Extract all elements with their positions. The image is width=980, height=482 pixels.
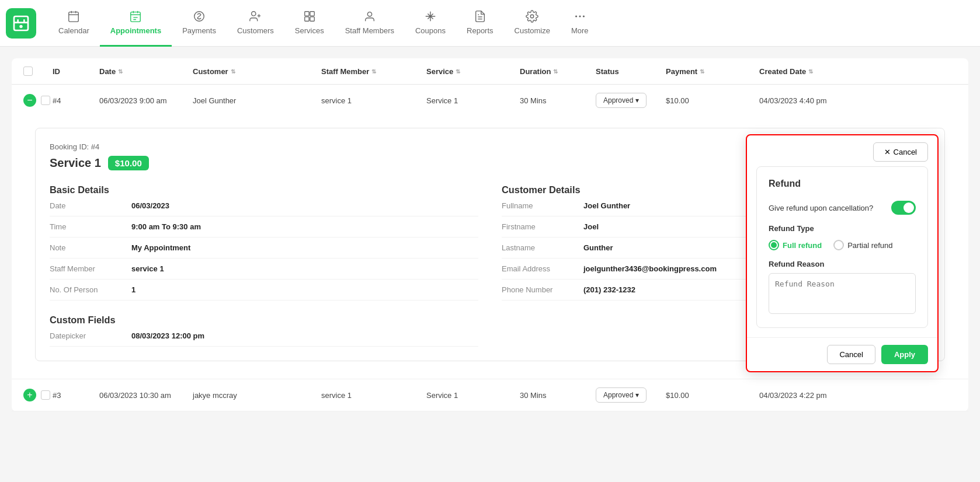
basic-details-section: Basic Details Date 06/03/2023 Time 9:00 … [50,184,478,301]
row-2-date: 06/03/2023 10:30 am [99,391,193,400]
detail-row-persons: No. Of Person 1 [50,280,478,301]
row-2-service: Service 1 [426,391,520,400]
top-nav: Calendar Appointments Payments Customers… [0,0,980,47]
refund-type-label: Refund Type [769,224,916,233]
row-1-status-badge[interactable]: Approved ▾ [596,93,647,108]
detail-row-time: Time 9:00 am To 9:30 am [50,216,478,237]
col-date: Date ⇅ [99,67,193,76]
col-duration: Duration ⇅ [520,67,596,76]
x-icon: ✕ [884,148,891,156]
nav-item-coupons[interactable]: Coupons [405,0,456,47]
dropdown-arrow-icon: ▾ [635,96,639,104]
svg-point-11 [252,11,256,15]
booking-detail-panel: Booking ID: #4 Service 1 $10.00 Basic De… [12,116,968,379]
booking-price: $10.00 [108,156,149,170]
full-refund-option[interactable]: Full refund [769,240,822,250]
refund-panel: ✕ Cancel Refund Give refund upon cancell… [746,134,939,372]
table-header-row: ID Date ⇅ Customer ⇅ Staff Member ⇅ Serv… [12,58,968,85]
row-2-staff: service 1 [321,391,426,400]
collapse-row-1-button[interactable]: − [23,94,36,107]
col-staff: Staff Member ⇅ [321,67,426,76]
row-2-customer: jakye mccray [193,391,321,400]
cancel-btn-row: ✕ Cancel [747,135,937,166]
partial-refund-radio[interactable] [833,240,844,250]
row-2-payment: $10.00 [666,391,759,400]
svg-rect-2 [69,12,79,21]
refund-action-buttons: Cancel Apply [747,337,937,371]
detail-row-date: Date 06/03/2023 [50,195,478,216]
custom-fields-section: Custom Fields Datepicker 08/03/2023 12:0… [50,315,478,347]
nav-item-services[interactable]: Services [284,0,335,47]
refund-reason-input[interactable] [769,273,916,314]
col-payment: Payment ⇅ [666,67,759,76]
basic-details-title: Basic Details [50,184,478,195]
svg-rect-13 [310,11,314,15]
left-detail-column: Basic Details Date 06/03/2023 Time 9:00 … [50,184,478,347]
svg-rect-6 [131,12,141,21]
col-service: Service ⇅ [426,67,520,76]
row-1-created: 04/03/2023 4:40 pm [759,96,864,105]
give-refund-label: Give refund upon cancellation? [769,204,873,212]
svg-point-22 [583,16,584,17]
logo[interactable] [6,8,36,39]
svg-rect-14 [305,16,309,20]
refund-card: Refund Give refund upon cancellation? Re… [756,166,928,328]
row-1-date: 06/03/2023 9:00 am [99,96,193,105]
custom-fields-title: Custom Fields [50,315,478,326]
row-2-checkbox[interactable] [41,390,50,400]
table-row-2: + #3 06/03/2023 10:30 am jakye mccray se… [12,379,968,411]
partial-refund-option[interactable]: Partial refund [833,240,892,250]
row-2-status-badge[interactable]: Approved ▾ [596,387,647,403]
expand-row-2-button[interactable]: + [23,389,36,401]
row-2-id: #3 [53,391,99,400]
dropdown-arrow-icon-2: ▾ [635,391,639,399]
svg-point-19 [531,15,534,18]
booking-detail-card: Booking ID: #4 Service 1 $10.00 Basic De… [35,128,945,361]
svg-point-1 [19,25,22,27]
svg-point-20 [575,16,576,17]
svg-rect-15 [310,16,314,20]
row-2-duration: 30 Mins [520,391,596,400]
refund-toggle[interactable] [891,201,916,215]
row-1-payment: $10.00 [666,96,759,105]
nav-item-reports[interactable]: Reports [456,0,504,47]
nav-item-calendar[interactable]: Calendar [48,0,100,47]
svg-point-21 [579,16,581,17]
col-status: Status [596,67,666,76]
col-id: ID [53,67,99,76]
refund-title: Refund [769,179,916,189]
give-refund-row: Give refund upon cancellation? [769,201,916,215]
row-1-customer: Joel Gunther [193,96,321,105]
refund-type-radio-group: Full refund Partial refund [769,240,916,250]
col-customer: Customer ⇅ [193,67,321,76]
refund-cancel-button[interactable]: Cancel [827,345,875,364]
appointments-table: ID Date ⇅ Customer ⇅ Staff Member ⇅ Serv… [12,58,968,411]
detail-row-note: Note My Appointment [50,237,478,259]
nav-item-payments[interactable]: Payments [172,0,227,47]
row-1-service: Service 1 [426,96,520,105]
svg-point-16 [367,12,371,16]
nav-item-appointments[interactable]: Appointments [100,0,172,47]
table-row-data-2: + #3 06/03/2023 10:30 am jakye mccray se… [12,379,968,411]
detail-row-staff: Staff Member service 1 [50,259,478,280]
col-created: Created Date ⇅ [759,67,864,76]
full-refund-radio[interactable] [769,240,779,250]
svg-rect-12 [305,11,309,15]
table-row-1: − #4 06/03/2023 9:00 am Joel Gunther ser… [12,85,968,379]
nav-item-staff-members[interactable]: Staff Members [335,0,405,47]
nav-items: Calendar Appointments Payments Customers… [48,0,974,47]
table-row-data-1: − #4 06/03/2023 9:00 am Joel Gunther ser… [12,85,968,116]
close-refund-button[interactable]: ✕ Cancel [873,142,928,162]
nav-item-customize[interactable]: Customize [504,0,561,47]
row-1-staff: service 1 [321,96,426,105]
refund-reason-label: Refund Reason [769,260,916,268]
select-all-checkbox[interactable] [23,67,33,76]
detail-row-datepicker: Datepicker 08/03/2023 12:00 pm [50,326,478,347]
nav-item-more[interactable]: More [561,0,599,47]
row-2-created: 04/03/2023 4:22 pm [759,391,864,400]
nav-item-customers[interactable]: Customers [227,0,284,47]
refund-apply-button[interactable]: Apply [881,345,928,364]
row-1-checkbox[interactable] [41,96,50,105]
row-1-id: #4 [53,96,99,105]
row-1-duration: 30 Mins [520,96,596,105]
